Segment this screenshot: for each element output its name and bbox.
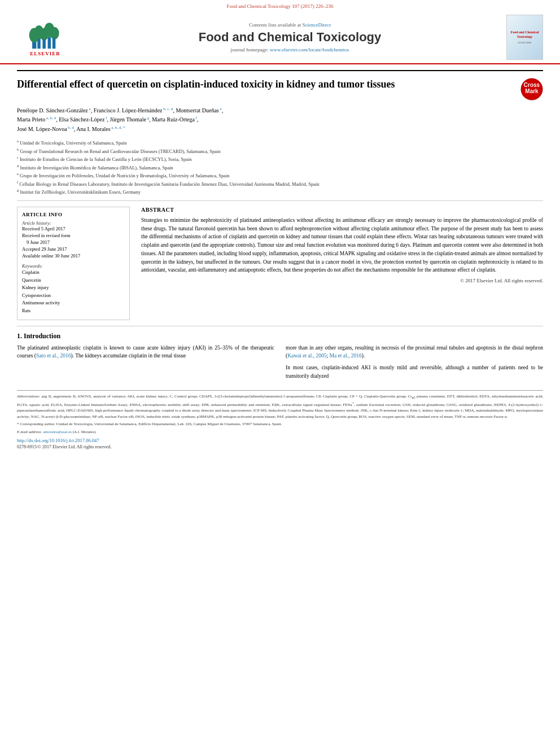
abbreviations-text: Abbreviations: ang II, angiotensin II; A… [17,394,543,420]
introduction-body: The platinated antineoplastic cisplatin … [17,344,543,384]
science-direct-link: Contents lists available at ScienceDirec… [249,22,331,28]
affiliation-d: d Instituto de Investigación Biomédica d… [17,163,543,172]
contents-text: Contents lists available at [249,22,301,28]
intro-left-col: The platinated antineoplastic cisplatin … [17,344,274,384]
keyword-rats: Rats [22,307,125,315]
abbreviations-label: Abbreviations: [17,394,40,399]
main-content: Differential effect of quercetin on cisp… [0,64,560,455]
email-link[interactable]: amorales@usal.es [43,430,72,434]
footnotes-section: Abbreviations: ang II, angiotensin II; A… [17,390,543,449]
homepage-link-row: journal homepage: www.elsevier.com/locat… [231,47,349,53]
affiliation-b: b Group of Translational Research on Ren… [17,147,543,155]
elsevier-tree-icon [28,19,62,50]
article-title: Differential effect of quercetin on cisp… [17,78,395,91]
svg-text:Cross: Cross [524,82,540,88]
affiliation-e: e Grupo de Investigación en Polifenoles,… [17,171,543,180]
keyword-cisplatin: Cisplatin [22,269,125,277]
history-label: Article history: [22,220,125,226]
keyword-cytoprotection: Cytoprotection [22,292,125,300]
science-direct-anchor[interactable]: ScienceDirect [303,22,331,28]
authors-line2: Marta Prieto a, b, d, Elsa Sánchez-López… [17,115,543,124]
available-date: Available online 30 June 2017 [22,253,125,259]
elsevier-logo: ELSEVIER [17,19,73,56]
keywords-title: Keywords: [22,263,125,269]
svg-rect-8 [48,37,51,49]
keyword-antitumour: Antitumour activity [22,299,125,307]
received-date: Received 5 April 2017 [22,226,125,231]
info-abstract-row: ARTICLE INFO Article history: Received 5… [17,207,543,320]
homepage-label: journal homepage: [231,47,269,53]
journal-citation-text: Food and Chemical Toxicology 107 (2017) … [226,3,333,9]
email-name: (A.I. Morales). [73,430,97,434]
article-title-section: Differential effect of quercetin on cisp… [17,70,543,102]
header-top-row: ELSEVIER Contents lists available at Sci… [17,15,543,63]
accepted-date: Accepted 29 June 2017 [22,246,125,252]
intro-right-col: more than in any other organs, resulting… [286,344,543,384]
section-divider [17,326,543,326]
sato-ref-link[interactable]: Sato et al., 2016 [36,353,71,359]
affiliation-g: g Institut für Zellbiologie, Universität… [17,187,543,196]
journal-main-title: Food and Chemical Toxicology [199,30,382,45]
svg-rect-9 [53,38,56,48]
homepage-anchor[interactable]: www.elsevier.com/locate/foodchemtox [270,47,349,53]
affiliation-f: f Cellular Biology in Renal Diseases Lab… [17,180,543,188]
intro-para3: In most cases, cisplatin-induced AKI is … [286,364,543,380]
svg-rect-7 [42,39,46,49]
keyword-quercetin: Quercetin [22,277,125,285]
ma-ref-link[interactable]: Ma et al., 2016 [330,353,362,359]
keyword-kidney: Kidney injury [22,284,125,292]
svg-point-6 [50,27,59,39]
intro-para2: more than in any other organs, resulting… [286,344,543,360]
elsevier-text: ELSEVIER [30,51,60,56]
intro-para1: The platinated antineoplastic cisplatin … [17,344,274,360]
email-line: E-mail address: amorales@usal.es (A.I. M… [17,429,543,435]
doi-link[interactable]: http://dx.doi.org/10.1016/j.fct.2017.06.… [17,438,543,443]
article-info-column: ARTICLE INFO Article history: Received 5… [17,207,130,320]
abstract-text: Strategies to minimize the nephrotoxicit… [141,216,543,274]
revised-label-text: Received in revised form [22,233,125,238]
corresponding-author-text: * Corresponding author. Unidad de Toxico… [17,421,543,427]
article-info-box: ARTICLE INFO Article history: Received 5… [17,207,130,320]
affiliation-a: a Unidad de Toxicología, University of S… [17,138,543,147]
keywords-section: Keywords: Cisplatin Quercetin Kidney inj… [22,263,125,315]
copyright-line: © 2017 Elsevier Ltd. All rights reserved… [141,278,543,283]
authors-line3: José M. López-Novoa b, d, Ana I. Morales… [17,125,543,134]
crossmark-icon: Cross Mark [520,78,543,101]
introduction-section: 1. Introduction The platinated antineopl… [17,332,543,384]
article-info-title: ARTICLE INFO [22,212,125,217]
svg-text:Mark: Mark [525,88,539,94]
crossmark-badge: Cross Mark [520,78,543,102]
authors-line1: Penélope D. Sánchez-González a, Francisc… [17,106,543,115]
journal-header: ELSEVIER Contents lists available at Sci… [0,11,560,64]
journal-cover-image: Food and Chemical Toxicology ELSEVIER [506,15,543,60]
abstract-section: ABSTRACT Strategies to minimize the neph… [141,207,543,283]
kawai-ref-link[interactable]: Kawai et al., 2005 [287,353,326,359]
affiliations-section: a Unidad de Toxicología, University of S… [17,138,543,201]
journal-title-block: Contents lists available at ScienceDirec… [73,22,506,53]
authors-section: Penélope D. Sánchez-González a, Francisc… [17,106,543,134]
introduction-heading: 1. Introduction [17,332,543,340]
revised-date: 9 June 2017 [22,239,125,245]
issn-line: 0278-6915/© 2017 Elsevier Ltd. All right… [17,444,543,449]
journal-citation: Food and Chemical Toxicology 107 (2017) … [0,0,560,11]
abstract-title: ABSTRACT [141,207,543,213]
abstract-column: ABSTRACT Strategies to minimize the neph… [141,207,543,320]
affiliation-c: c Instituto de Estudios de Ciencias de l… [17,155,543,163]
page-container: Food and Chemical Toxicology 107 (2017) … [0,0,560,747]
